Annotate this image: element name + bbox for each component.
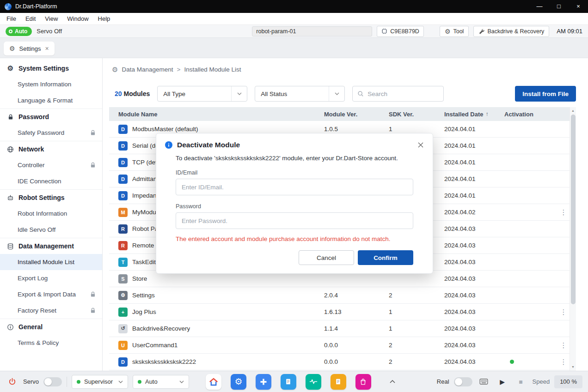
sidebar-item-idle-servo-off[interactable]: Idle Servo Off: [0, 222, 102, 238]
column-sdk-ver[interactable]: SDK Ver.: [389, 111, 444, 118]
menu-window[interactable]: Window: [62, 13, 93, 25]
module-icon: U: [118, 341, 128, 350]
table-row[interactable]: +Jog Plus1.6.1312024.04.03⋮: [109, 304, 570, 320]
mode-badge[interactable]: Auto: [6, 27, 32, 36]
sidebar-item-robot-settings[interactable]: Robot Settings: [0, 189, 102, 205]
menu-file[interactable]: File: [2, 13, 21, 25]
gear-icon: ⚙: [445, 28, 451, 35]
sidebar-item-factory-reset[interactable]: Factory Reset: [0, 302, 102, 319]
speed-value[interactable]: 100 %: [554, 375, 582, 388]
row-menu-button[interactable]: ⋮: [557, 342, 570, 349]
table-row[interactable]: Dsksksksksskksksk22220.0.022024.04.03⋮: [109, 354, 570, 370]
role-dropdown[interactable]: Supervisor: [72, 375, 128, 389]
row-menu-button[interactable]: ⋮: [557, 209, 570, 216]
column-activation[interactable]: Activation: [504, 111, 557, 118]
breadcrumb-parent[interactable]: Data Management: [122, 66, 173, 73]
dialog-title: Deactivate Module: [177, 141, 414, 149]
menu-edit[interactable]: Edit: [21, 13, 40, 25]
sidebar-item-label: Safety Password: [18, 129, 90, 136]
mode-badge-icon: [9, 30, 12, 33]
column-installed-date[interactable]: Installed Date ↑: [444, 111, 504, 118]
servo-toggle[interactable]: [43, 377, 62, 386]
module-name: Store: [132, 275, 147, 282]
gear-icon: ⚙: [112, 66, 118, 73]
menu-view[interactable]: View: [40, 13, 62, 25]
module-name: Impedan: [132, 192, 157, 199]
row-menu-button[interactable]: ⋮: [557, 308, 570, 315]
sidebar-item-controller[interactable]: Controller: [0, 157, 102, 173]
scroll-up-icon[interactable]: ▲: [571, 108, 575, 114]
chevron-down-icon: [118, 380, 123, 383]
module-sdk: 2: [389, 292, 444, 299]
search-input[interactable]: [368, 90, 439, 97]
tab-close-icon[interactable]: ×: [45, 45, 49, 52]
jog-icon[interactable]: [256, 374, 271, 390]
table-row[interactable]: ⚙Settings2.0.422024.04.03: [109, 287, 570, 304]
play-button[interactable]: ▶: [496, 375, 509, 389]
power-icon[interactable]: [6, 378, 18, 386]
search-box: [352, 86, 444, 102]
module-date: 2024.04.03: [444, 325, 504, 332]
module-date: 2024.04.03: [444, 225, 504, 232]
table-row[interactable]: UUserCommand10.0.022024.04.03⋮: [109, 337, 570, 354]
sidebar-item-password[interactable]: Password: [0, 109, 102, 125]
robot-param-input[interactable]: [252, 26, 372, 36]
sidebar-item-export-import-data[interactable]: Export & Import Data: [0, 286, 102, 302]
gear-icon: ⚙: [9, 45, 15, 52]
stop-button[interactable]: ■: [514, 375, 528, 389]
install-from-file-button[interactable]: Install from File: [515, 86, 576, 102]
minimize-button[interactable]: —: [530, 0, 549, 13]
column-module-ver[interactable]: Module Ver.: [324, 111, 389, 118]
column-module-name[interactable]: Module Name: [109, 111, 324, 118]
type-filter-dropdown[interactable]: All Type: [157, 86, 247, 102]
workcell-manager-icon[interactable]: ⚙: [231, 374, 246, 390]
collapse-dock-button[interactable]: [390, 380, 395, 383]
module-date: 2024.04.03: [444, 342, 504, 349]
monitoring-icon[interactable]: [306, 374, 321, 390]
mode-dropdown[interactable]: Auto: [133, 375, 189, 389]
row-menu-button[interactable]: ⋮: [557, 358, 570, 365]
maximize-button[interactable]: □: [549, 0, 569, 13]
sidebar-item-ide-connection[interactable]: IDE Connection: [0, 173, 102, 189]
id-email-field[interactable]: [176, 179, 413, 195]
tab-settings[interactable]: ⚙ Settings ×: [4, 42, 55, 55]
menu-help[interactable]: Help: [93, 13, 115, 25]
sidebar-item-terms-policy[interactable]: Terms & Policy: [0, 335, 102, 351]
sidebar-item-installed-module-list[interactable]: Installed Module List: [0, 254, 102, 270]
wrench-icon: [478, 28, 484, 34]
table-header: Module Name Module Ver. SDK Ver. Install…: [109, 107, 570, 121]
controller-id-chip[interactable]: C9E8B79D: [377, 26, 424, 37]
table-row[interactable]: ↺Backdrive&Recovery1.1.412024.04.03: [109, 320, 570, 337]
store-icon[interactable]: [355, 374, 371, 390]
sidebar-item-general[interactable]: General: [0, 319, 102, 335]
virtual-keyboard-icon[interactable]: [477, 375, 491, 389]
sidebar-item-language-format[interactable]: Language & Format: [0, 92, 102, 109]
module-date: 2024.04.03: [444, 242, 504, 249]
chevron-down-icon: [179, 380, 184, 383]
sidebar-item-system-settings[interactable]: ⚙System Settings: [0, 60, 102, 76]
real-toggle[interactable]: [454, 377, 472, 386]
sidebar-item-system-information[interactable]: System Information: [0, 76, 102, 92]
backdrive-recovery-button[interactable]: Backdrive & Recovery: [473, 26, 549, 37]
scroll-down-icon[interactable]: ▼: [571, 364, 575, 370]
task-editor-icon[interactable]: [281, 374, 296, 390]
table-scrollbar[interactable]: ▲ ▼: [570, 107, 576, 371]
module-name: MyModu: [132, 209, 156, 216]
sidebar-item-data-management[interactable]: Data Management: [0, 238, 102, 254]
sidebar-item-safety-password[interactable]: Safety Password: [0, 125, 102, 141]
sidebar-item-label: Export & Import Data: [18, 291, 90, 298]
password-field[interactable]: [176, 212, 413, 229]
sidebar-item-export-log[interactable]: Export Log: [0, 270, 102, 286]
log-icon[interactable]: [331, 374, 346, 390]
sidebar-item-network[interactable]: Network: [0, 141, 102, 157]
close-button[interactable]: ×: [569, 0, 588, 13]
sidebar-item-robot-information[interactable]: Robot Information: [0, 205, 102, 222]
scrollbar-thumb[interactable]: [571, 115, 576, 304]
tool-button[interactable]: ⚙ Tool: [440, 26, 469, 37]
status-filter-dropdown[interactable]: All Status: [255, 86, 345, 102]
sidebar-item-label: Terms & Policy: [18, 339, 96, 346]
dialog-close-icon[interactable]: [418, 142, 423, 148]
confirm-button[interactable]: Confirm: [358, 250, 413, 265]
cancel-button[interactable]: Cancel: [299, 250, 354, 265]
home-icon[interactable]: [206, 374, 221, 390]
